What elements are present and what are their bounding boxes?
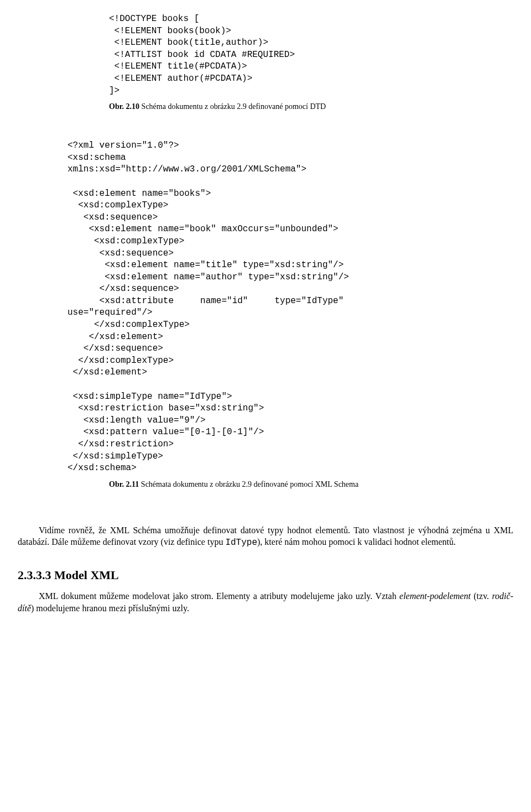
inline-code-idtype: IdType bbox=[225, 538, 257, 548]
caption-label: Obr. 2.10 bbox=[109, 102, 139, 111]
figure-caption-2-11: Obr. 2.11 Schémata dokumentu z obrázku 2… bbox=[18, 480, 513, 489]
caption-text: Schémata dokumentu z obrázku 2.9 definov… bbox=[139, 480, 358, 488]
text-run: ), které nám mohou pomoci k validaci hod… bbox=[257, 537, 456, 546]
body-paragraph-1: Vidíme rovněž, že XML Schéma umožňuje de… bbox=[18, 524, 513, 549]
text-run: ) modelujeme hranou mezi příslušnými uzl… bbox=[31, 603, 189, 613]
caption-label: Obr. 2.11 bbox=[109, 480, 139, 488]
text-run: XML dokument můžeme modelovat jako strom… bbox=[39, 591, 399, 601]
italic-term: element-podelement bbox=[399, 591, 471, 601]
text-run: (tzv. bbox=[471, 591, 492, 601]
section-heading-model-xml: 2.3.3.3 Model XML bbox=[18, 568, 513, 582]
xsd-code-block: <?xml version="1.0"?> <xsd:schema xmlns:… bbox=[18, 140, 513, 475]
body-paragraph-2: XML dokument můžeme modelovat jako strom… bbox=[18, 590, 513, 614]
figure-caption-2-10: Obr. 2.10 Schéma dokumentu z obrázku 2.9… bbox=[18, 102, 513, 111]
dtd-code-block: <!DOCTYPE books [ <!ELEMENT books(book)>… bbox=[18, 13, 513, 97]
caption-text: Schéma dokumentu z obrázku 2.9 definovan… bbox=[139, 102, 326, 111]
